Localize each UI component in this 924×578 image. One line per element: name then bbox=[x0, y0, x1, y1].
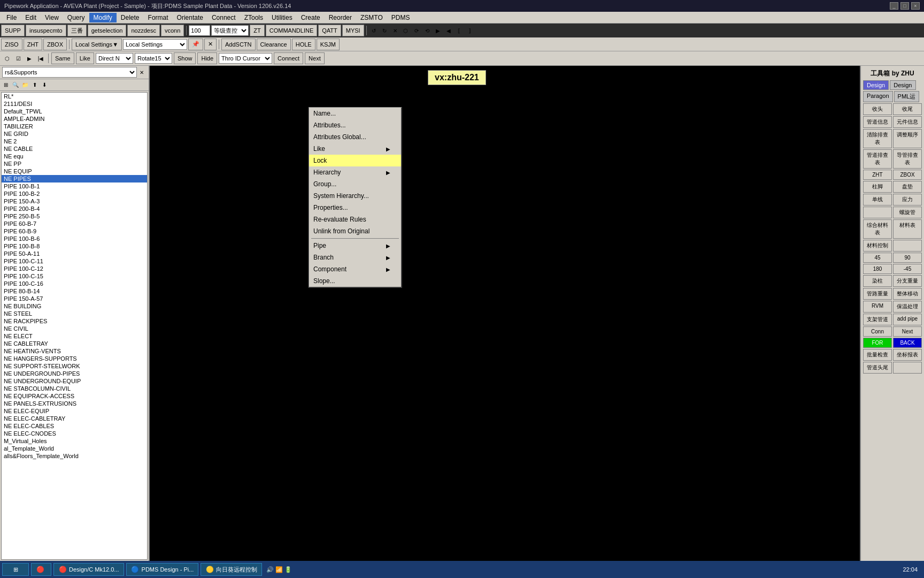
context-menu-item-re-evaluate-rules[interactable]: Re-evaluate Rules bbox=[309, 214, 401, 225]
left-panel-close[interactable]: ✕ bbox=[137, 67, 147, 77]
list-item[interactable]: NE ELEC-EQUIP bbox=[2, 407, 147, 415]
tb3-rotate-dropdown[interactable]: Rotate15 bbox=[135, 53, 172, 64]
menu-create[interactable]: Create bbox=[297, 13, 325, 22]
tb3-show[interactable]: Show bbox=[174, 52, 196, 64]
right-btn-26[interactable]: 管路重量 bbox=[863, 288, 892, 300]
right-btn-25[interactable]: 分支重量 bbox=[893, 275, 922, 287]
toolbar-pin[interactable]: 📌 bbox=[188, 39, 203, 50]
list-item[interactable]: PIPE 100-C-15 bbox=[2, 272, 147, 280]
list-item[interactable]: PIPE 150-A-3 bbox=[2, 197, 147, 205]
taskbar-app-2[interactable]: 🔴 Design/C Mk12.0... bbox=[53, 563, 124, 576]
toolbar-icon-2[interactable]: ↻ bbox=[380, 26, 389, 35]
toolbar-icon-3[interactable]: ✕ bbox=[390, 26, 400, 35]
right-btn-21[interactable]: 90 bbox=[893, 253, 922, 263]
lp-icon-3[interactable]: 📁 bbox=[20, 80, 30, 90]
list-item[interactable]: PIPE 100-B-6 bbox=[2, 235, 147, 242]
menu-ztools[interactable]: ZTools bbox=[240, 13, 267, 22]
tb3-icon-2[interactable]: ☑ bbox=[13, 54, 23, 63]
list-item[interactable]: PIPE 200-B-4 bbox=[2, 205, 147, 212]
right-btn-10[interactable]: 柱脚 bbox=[863, 181, 892, 193]
toolbar-commandline[interactable]: COMMANDLINE bbox=[266, 25, 318, 36]
taskbar-start[interactable]: ⊞ bbox=[2, 563, 29, 576]
menu-orientate[interactable]: Orientate bbox=[173, 13, 207, 22]
list-item[interactable]: NE GRID bbox=[2, 130, 147, 138]
toolbar-nozzdesc[interactable]: nozzdesc bbox=[127, 25, 159, 36]
menu-connect[interactable]: Connect bbox=[207, 13, 240, 22]
list-item[interactable]: AMPLE-ADMIN bbox=[2, 115, 147, 123]
tb3-thro-dropdown[interactable]: Thro ID Cursor bbox=[219, 53, 272, 64]
right-btn-19[interactable] bbox=[893, 240, 922, 252]
right-btn-14[interactable] bbox=[863, 207, 892, 218]
list-item[interactable]: Default_TPWL bbox=[2, 108, 147, 115]
lp-icon-5[interactable]: ⬇ bbox=[40, 80, 49, 90]
taskbar-app-3[interactable]: 🔵 PDMS Design - Pi... bbox=[126, 563, 199, 576]
list-item[interactable]: NE SUPPORT-STEELWORK bbox=[2, 362, 147, 370]
toolbar-vconn[interactable]: vconn bbox=[161, 25, 184, 36]
toolbar-mysi[interactable]: MYSI bbox=[342, 25, 364, 36]
right-btn-6[interactable]: 管道排查表 bbox=[863, 149, 892, 169]
list-item[interactable]: NE HEATING-VENTS bbox=[2, 347, 147, 355]
list-item[interactable]: NE ELEC-CABLETRAY bbox=[2, 415, 147, 422]
menu-delete[interactable]: Delete bbox=[117, 13, 144, 22]
context-menu-item-lock[interactable]: Lock bbox=[309, 155, 401, 166]
list-item[interactable]: NE PANELS-EXTRUSIONS bbox=[2, 400, 147, 407]
toolbar-clearance[interactable]: Clearance bbox=[257, 39, 291, 50]
right-btn-3[interactable]: 元件信息 bbox=[893, 116, 922, 128]
right-btn-1[interactable]: 收尾 bbox=[893, 103, 922, 115]
right-btn-39[interactable] bbox=[893, 362, 922, 374]
menu-format[interactable]: Format bbox=[144, 13, 173, 22]
right-btn-22[interactable]: 180 bbox=[863, 264, 892, 274]
lp-icon-2[interactable]: 🔍 bbox=[11, 80, 20, 90]
tb3-icon-3[interactable]: ▶ bbox=[25, 54, 34, 63]
context-menu-item-group[interactable]: Group... bbox=[309, 178, 401, 190]
toolbar-hole[interactable]: HOLE bbox=[292, 39, 315, 50]
local-settings-btn[interactable]: Local Settings ▼ bbox=[72, 39, 122, 50]
tb3-next[interactable]: Next bbox=[305, 52, 325, 64]
right-btn-16[interactable]: 综合材料表 bbox=[863, 219, 892, 239]
minimize-button[interactable]: _ bbox=[890, 2, 898, 10]
taskbar-app-4[interactable]: 🟡 向日葵远程控制 bbox=[201, 563, 262, 576]
list-item[interactable]: PIPE 250-B-5 bbox=[2, 212, 147, 220]
toolbar-number-input[interactable] bbox=[189, 25, 210, 36]
list-item[interactable]: NE UNDERGROUND-EQUIP bbox=[2, 377, 147, 385]
right-btn-32[interactable]: Conn bbox=[863, 326, 892, 337]
right-btn-30[interactable]: 支架管道 bbox=[863, 314, 892, 325]
list-item[interactable]: PIPE 100-B-1 bbox=[2, 182, 147, 190]
right-btn-27[interactable]: 整体移动 bbox=[893, 288, 922, 300]
list-item[interactable]: NE BUILDING bbox=[2, 302, 147, 310]
toolbar-level-dropdown[interactable]: 等级查控 bbox=[211, 25, 249, 36]
toolbar-ziso[interactable]: ZISO bbox=[1, 39, 22, 50]
list-item[interactable]: NE EQUIPRACK-ACCESS bbox=[2, 392, 147, 400]
tb3-same[interactable]: Same bbox=[51, 52, 74, 64]
toolbar-icon-8[interactable]: ◀ bbox=[444, 26, 453, 35]
list-item[interactable]: NE STABCOLUMN-CIVIL bbox=[2, 385, 147, 392]
right-btn-7[interactable]: 导管排查表 bbox=[893, 149, 922, 169]
list-item[interactable]: NE PP bbox=[2, 160, 147, 168]
menu-pdms[interactable]: PDMS bbox=[387, 13, 414, 22]
list-item[interactable]: NE EQUIP bbox=[2, 168, 147, 175]
list-item[interactable]: NE ELEC-CABLES bbox=[2, 422, 147, 430]
menu-query[interactable]: Query bbox=[63, 13, 89, 22]
right-btn-9[interactable]: ZBOX bbox=[893, 170, 922, 180]
menu-edit[interactable]: Edit bbox=[21, 13, 41, 22]
right-btn-34[interactable]: FOR bbox=[863, 338, 892, 348]
list-item[interactable]: PIPE 150-A-57 bbox=[2, 295, 147, 302]
toolbar-icon-5[interactable]: ⟳ bbox=[412, 26, 421, 35]
left-panel-filter-dropdown[interactable]: rs&Supports bbox=[2, 67, 137, 78]
right-btn-4[interactable]: 清除排查表 bbox=[863, 129, 892, 148]
list-item[interactable]: PIPE 60-B-9 bbox=[2, 227, 147, 235]
toolbar-icon-9[interactable]: ⟦ bbox=[455, 26, 464, 35]
right-tab-pml[interactable]: PML运 bbox=[894, 91, 920, 102]
list-item[interactable]: PIPE 80-B-14 bbox=[2, 287, 147, 295]
right-btn-8[interactable]: ZHT bbox=[863, 170, 892, 180]
list-item[interactable]: NE RACKPIPES bbox=[2, 317, 147, 325]
toolbar-zht[interactable]: ZHT bbox=[24, 39, 42, 50]
tb3-icon-1[interactable]: ⬡ bbox=[2, 54, 12, 63]
right-btn-31[interactable]: add pipe bbox=[893, 314, 922, 325]
toolbar-addsctn[interactable]: AddSCTN bbox=[221, 39, 256, 50]
list-item[interactable]: NE equ bbox=[2, 153, 147, 160]
context-menu-item-like[interactable]: Like▶ bbox=[309, 143, 401, 155]
list-item[interactable]: PIPE 50-A-11 bbox=[2, 250, 147, 257]
right-btn-20[interactable]: 45 bbox=[863, 253, 892, 263]
right-tab-paragon[interactable]: Paragon bbox=[863, 91, 893, 102]
